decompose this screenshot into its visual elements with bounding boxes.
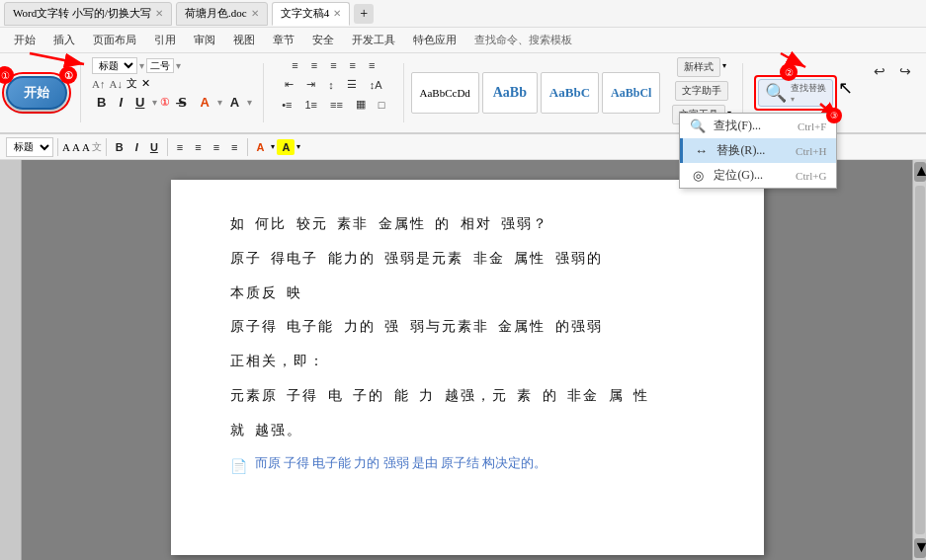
bold-button[interactable]: B xyxy=(92,93,111,112)
indent-increase[interactable]: ⇥ xyxy=(301,76,320,93)
tab-word-label: Word文字转 小写的/切换大写 xyxy=(13,6,151,21)
indent-decrease[interactable]: ⇤ xyxy=(280,76,298,93)
nav-search[interactable]: 查找命令、搜索模板 xyxy=(466,31,580,49)
goto-item[interactable]: ◎ 定位(G)... Ctrl+G xyxy=(680,163,836,188)
find-shortcut: Ctrl+F xyxy=(798,120,826,132)
tab-hetang-close[interactable]: ✕ xyxy=(251,8,259,19)
new-style-button[interactable]: 新样式 xyxy=(677,57,720,77)
style-normal[interactable]: AaBbCcDd xyxy=(411,72,479,114)
nav-kaishi[interactable]: 开始 xyxy=(6,31,43,49)
sep1 xyxy=(80,63,81,122)
scroll-thumb[interactable] xyxy=(915,186,925,534)
replace-icon: ↔ xyxy=(693,143,709,159)
tb2-align-right[interactable]: ≡ xyxy=(209,139,224,155)
tb2-highlight[interactable]: A xyxy=(277,139,295,155)
doc-para-6: 元素原 子得 电 子的 能 力 越强，元 素 的 非金 属 性 xyxy=(230,381,705,412)
find-label: 查找(F)... xyxy=(714,118,761,134)
add-tab-button[interactable]: + xyxy=(354,4,374,24)
tb2-underline[interactable]: U xyxy=(145,139,163,155)
strikethrough-button[interactable]: S̶ xyxy=(173,93,192,112)
font-name-select[interactable]: 标题 正文 xyxy=(92,57,137,74)
underline-button[interactable]: U xyxy=(130,93,149,112)
tb2-bold[interactable]: B xyxy=(111,139,128,155)
scrollbar[interactable]: ▲ ▼ xyxy=(912,160,926,560)
tab-word-close[interactable]: ✕ xyxy=(155,8,163,19)
search-replace-button[interactable]: 🔍 查找替换 ▾ xyxy=(758,79,833,107)
doc-para-4: 原子得 电子能 力的 强 弱与元素非 金属性 的强弱 xyxy=(230,312,705,343)
align-center[interactable]: ≡ xyxy=(306,57,322,73)
tab-hetang[interactable]: 荷塘月色.doc ✕ xyxy=(176,2,268,26)
goto-label: 定位(G)... xyxy=(714,167,763,184)
borders[interactable]: □ xyxy=(374,97,390,113)
nav-charu[interactable]: 插入 xyxy=(45,31,83,49)
tb2-sep3 xyxy=(167,138,168,156)
tb2-color[interactable]: A xyxy=(252,139,270,155)
scroll-down[interactable]: ▼ xyxy=(914,538,926,558)
ribbon-nav: 开始 插入 页面布局 引用 审阅 视图 章节 安全 开发工具 特色应用 查找命令… xyxy=(0,28,926,53)
align-justify[interactable]: ≡ xyxy=(345,57,361,73)
char-icon: 文 xyxy=(92,140,102,154)
doc-scroll[interactable]: 如 何比 较元 素非 金属性 的 相对 强弱？ 原子 得电子 能力的 强弱是元素… xyxy=(22,160,912,560)
tb2-align-center[interactable]: ≡ xyxy=(190,139,206,155)
paragraph-group: ≡ ≡ ≡ ≡ ≡ ⇤ ⇥ ↕ ☰ ↕A •≡ 1≡ ≡≡ ▦ □ xyxy=(271,55,395,130)
nav-anquan[interactable]: 安全 xyxy=(304,31,342,49)
font-increase-icon: A↑ xyxy=(92,78,105,90)
tb2-align-justify[interactable]: ≡ xyxy=(226,139,242,155)
tb2-align-left[interactable]: ≡ xyxy=(172,139,188,155)
italic-button[interactable]: I xyxy=(114,93,127,112)
nav-kaifa[interactable]: 开发工具 xyxy=(344,31,403,49)
list-multi[interactable]: ≡≡ xyxy=(325,97,348,113)
cursor-icon: ↖ xyxy=(838,77,853,99)
font-color-button[interactable]: A xyxy=(195,93,213,112)
doc-para-2: 原子 得电子 能力的 强弱是元素 非金 属性 强弱的 xyxy=(230,244,705,275)
nav-page[interactable]: 页面布局 xyxy=(85,31,144,49)
doc-para-3: 本质反 映 xyxy=(230,279,705,309)
tb2-sep2 xyxy=(106,138,107,156)
style-select[interactable]: 标题 xyxy=(6,137,53,157)
text-assistant-button[interactable]: 文字助手 xyxy=(675,81,728,101)
style-heading3[interactable]: AaBbCl xyxy=(602,72,660,114)
find-item[interactable]: 🔍 查找(F)... Ctrl+F xyxy=(680,114,836,138)
char-spacing-button[interactable]: A xyxy=(225,93,244,112)
search-label: 查找替换 xyxy=(791,82,826,95)
tb2-color-arrow: ▾ xyxy=(271,142,275,151)
badge-3: ③ xyxy=(826,108,842,123)
list-number[interactable]: 1≡ xyxy=(299,97,322,113)
style-heading1[interactable]: AaBb xyxy=(482,72,538,114)
replace-item[interactable]: ↔ 替换(R)... Ctrl+H ③ xyxy=(680,138,836,163)
tab-active-close[interactable]: ✕ xyxy=(333,8,341,19)
scroll-up[interactable]: ▲ xyxy=(914,162,926,182)
tb2-italic[interactable]: I xyxy=(130,139,143,155)
para-spacing[interactable]: ☰ xyxy=(342,76,362,93)
search-sublabel: ▾ xyxy=(791,95,826,104)
align-right[interactable]: ≡ xyxy=(325,57,341,73)
nav-shitu[interactable]: 视图 xyxy=(225,31,263,49)
align-left[interactable]: ≡ xyxy=(287,57,302,73)
ribbon: 开始 ① 标题 正文 ▾ ▾ A↑ A↓ 文 ✕ B xyxy=(0,53,926,134)
find-icon: 🔍 xyxy=(690,119,706,134)
nav-zhangjie[interactable]: 章节 xyxy=(265,31,302,49)
underline-arrow: ▾ xyxy=(152,97,157,108)
document-area: 如 何比 较元 素非 金属性 的 相对 强弱？ 原子 得电子 能力的 强弱是元素… xyxy=(0,160,926,560)
font-decrease-icon: A↓ xyxy=(109,78,122,90)
font-clear-icon: ✕ xyxy=(141,77,150,90)
nav-yinyong[interactable]: 引用 xyxy=(146,31,184,49)
nav-shenyue[interactable]: 审阅 xyxy=(186,31,223,49)
style-normal-label: AaBbCcDd xyxy=(420,87,470,99)
redo-button[interactable]: ↪ xyxy=(894,61,916,81)
nav-tese[interactable]: 特色应用 xyxy=(405,31,464,49)
tab-word[interactable]: Word文字转 小写的/切换大写 ✕ xyxy=(4,2,172,26)
sort[interactable]: ↕A xyxy=(365,77,387,93)
undo-button[interactable]: ↩ xyxy=(869,61,890,81)
line-spacing[interactable]: ↕ xyxy=(323,77,339,93)
font-size-label: ▾ xyxy=(139,60,144,71)
list-bullet[interactable]: •≡ xyxy=(277,97,296,113)
shading[interactable]: ▦ xyxy=(351,96,371,113)
style-heading2[interactable]: AaBbC xyxy=(541,72,599,114)
start-button[interactable]: 开始 xyxy=(6,76,67,110)
font-size-input[interactable] xyxy=(146,58,174,73)
tab-active[interactable]: 文字文稿4 ✕ xyxy=(272,2,351,26)
font-az-label: A xyxy=(62,141,70,153)
align-distribute[interactable]: ≡ xyxy=(364,57,379,73)
note-icon: 📄 xyxy=(230,453,247,481)
